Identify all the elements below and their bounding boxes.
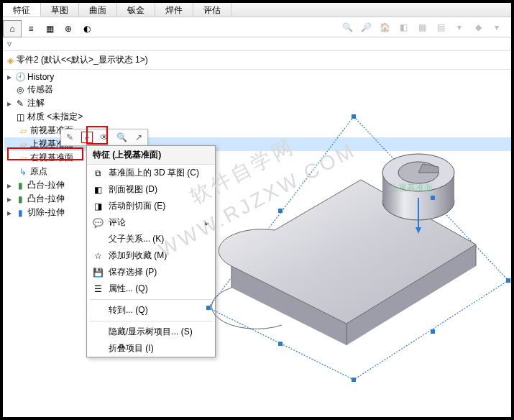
expand-icon[interactable]: ▸ [6, 181, 13, 191]
tab-surface[interactable]: 曲面 [79, 3, 117, 17]
sketch3d-icon: ⧉ [91, 168, 104, 179]
ctx-label: 添加到收藏 (M) [109, 250, 167, 262]
context-mini-toolbar: ✎ ⌐ 👁 🔍 ↗ [60, 129, 148, 146]
tab-weldments[interactable]: 焊件 [155, 3, 193, 17]
part-title: 零件2 (默认<<默认>_显示状态 1>) [17, 54, 148, 66]
history-icon: 🕘 [14, 72, 26, 82]
properties-icon: ☰ [91, 283, 104, 295]
tree-label: 凸台-拉伸 [27, 193, 65, 205]
expand-icon[interactable]: ▸ [6, 208, 13, 218]
tab-evaluate[interactable]: 评估 [193, 3, 231, 17]
panel-tab-design[interactable]: ⌂ [3, 20, 22, 37]
expand-icon[interactable]: ▸ [6, 99, 13, 109]
sensor-icon: ◎ [14, 85, 26, 95]
svg-rect-10 [278, 342, 283, 346]
tab-features[interactable]: 特征 [3, 3, 41, 17]
plane-icon: ▱ [17, 140, 29, 150]
graphics-viewport[interactable]: 上视基准面 [174, 22, 511, 417]
tree-label: 原点 [30, 165, 47, 178]
zoom-fit-icon[interactable]: 🔍 [116, 132, 127, 143]
svg-rect-13 [278, 209, 283, 213]
svg-rect-7 [352, 378, 356, 382]
model-svg: 上视基准面 [174, 22, 511, 417]
annotation-icon: ✎ [14, 99, 26, 109]
cut-icon: ▮ [14, 208, 26, 218]
tree-label: 右视基准面 [30, 152, 73, 164]
tree-label: 切除-拉伸 [27, 206, 65, 219]
panel-tab-grid[interactable]: ▦ [40, 20, 59, 37]
expand-icon[interactable]: ▸ [6, 194, 13, 204]
material-icon: ◫ [14, 112, 26, 122]
plane-icon: ▱ [17, 126, 29, 136]
normal-to-icon[interactable]: ↗ [133, 132, 144, 143]
svg-rect-8 [506, 278, 510, 283]
ribbon-tabbar: 特征 草图 曲面 钣金 焊件 评估 [3, 3, 511, 17]
tree-label: 材质 <未指定> [27, 111, 83, 123]
plane-icon: ▱ [17, 153, 29, 163]
ctx-label: 转到... (Q) [109, 304, 148, 316]
part-icon: ◈ [7, 55, 14, 65]
ctx-label: 评论 [109, 216, 126, 229]
section-icon: ◧ [91, 184, 104, 196]
sketch-icon[interactable]: ✎ [64, 132, 75, 143]
eye-icon[interactable]: 👁 [98, 132, 110, 143]
svg-rect-6 [206, 306, 211, 310]
sketch2-icon[interactable]: ⌐ [81, 132, 93, 143]
svg-rect-11 [431, 329, 435, 334]
save-icon: 💾 [91, 267, 104, 278]
comment-icon: 💬 [91, 217, 104, 229]
ctx-label: 保存选择 (P) [109, 266, 157, 278]
panel-tab-list[interactable]: ≡ [22, 20, 40, 37]
ctx-label: 属性... (Q) [109, 283, 148, 295]
extrude-icon: ▮ [14, 181, 26, 191]
svg-rect-12 [431, 196, 435, 200]
live-section-icon: ◨ [91, 201, 104, 212]
expand-icon[interactable]: ▸ [6, 72, 13, 82]
panel-tab-target[interactable]: ⊕ [59, 20, 78, 37]
tab-sketch[interactable]: 草图 [41, 3, 79, 17]
ctx-label: 折叠项目 (I) [109, 342, 154, 355]
ctx-label: 剖面视图 (D) [109, 183, 157, 196]
tab-sheetmetal[interactable]: 钣金 [117, 3, 155, 17]
tree-label: History [27, 72, 54, 82]
plane-ghost-label: 上视基准面 [390, 183, 433, 193]
origin-icon: ↳ [17, 167, 29, 177]
extrude-icon: ▮ [14, 194, 26, 204]
tree-label: 传感器 [27, 83, 53, 96]
tree-label: 注解 [27, 97, 45, 109]
ctx-label: 父子关系... (K) [109, 233, 164, 245]
panel-tab-appearance[interactable]: ◐ [78, 20, 96, 37]
svg-rect-9 [352, 114, 356, 119]
star-icon: ☆ [91, 250, 104, 262]
ctx-label: 活动剖切面 (E) [109, 200, 165, 212]
tree-label: 凸台-拉伸 [27, 179, 65, 191]
